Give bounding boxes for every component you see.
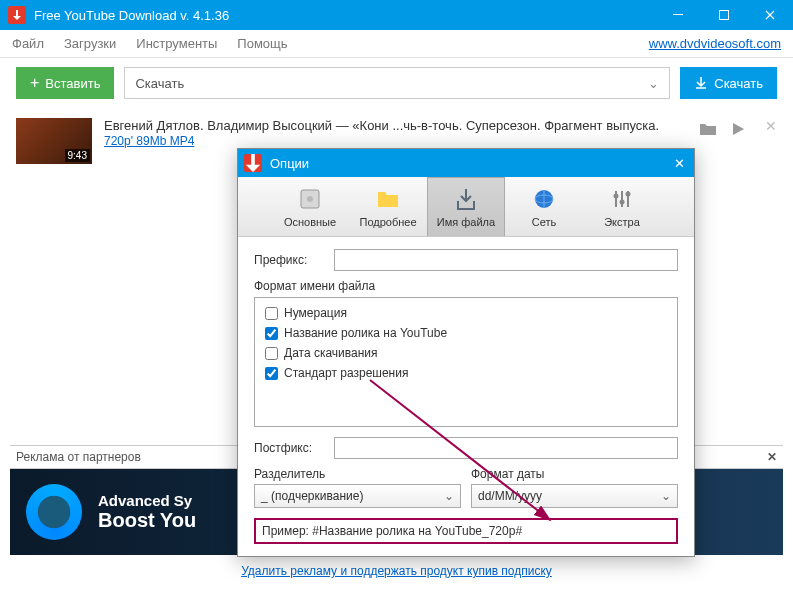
menubar: Файл Загрузки Инструменты Помощь www.dvd… <box>0 30 793 58</box>
svg-point-8 <box>626 191 631 196</box>
plus-icon: + <box>30 74 39 92</box>
chevron-down-icon: ⌄ <box>648 76 659 91</box>
svg-point-3 <box>307 196 313 202</box>
ad-line2: Boost You <box>98 509 196 532</box>
video-duration: 9:43 <box>65 149 90 162</box>
file-download-icon <box>453 186 479 212</box>
paste-label: Вставить <box>45 76 100 91</box>
folder-icon[interactable] <box>699 122 717 136</box>
play-icon[interactable] <box>731 122 745 136</box>
folder-yellow-icon <box>375 186 401 212</box>
chevron-down-icon: ⌄ <box>661 489 671 503</box>
close-button[interactable] <box>747 0 793 30</box>
tab-network[interactable]: Сеть <box>505 177 583 236</box>
ad-remove-link[interactable]: Удалить рекламу и поддержать продукт куп… <box>241 564 552 578</box>
maximize-button[interactable] <box>701 0 747 30</box>
svg-rect-1 <box>720 11 729 20</box>
prefix-label: Префикс: <box>254 253 328 267</box>
svg-rect-0 <box>673 14 683 15</box>
site-link[interactable]: www.dvdvideosoft.com <box>649 36 781 51</box>
menu-tools[interactable]: Инструменты <box>136 36 217 51</box>
dialog-tabs: Основные Подробнее Имя файла Сеть Экстра <box>238 177 694 237</box>
menu-downloads[interactable]: Загрузки <box>64 36 116 51</box>
dateformat-label: Формат даты <box>471 467 678 481</box>
paste-button[interactable]: + Вставить <box>16 67 114 99</box>
disk-icon <box>297 186 323 212</box>
ad-header-label: Реклама от партнеров <box>16 450 141 464</box>
ad-line1: Advanced Sy <box>98 492 196 509</box>
remove-video-button[interactable]: ✕ <box>765 118 777 134</box>
chevron-down-icon: ⌄ <box>444 489 454 503</box>
check-youtube-title[interactable]: Название ролика на YouTube <box>265 326 667 340</box>
toolbar: + Вставить Скачать ⌄ Скачать <box>0 58 793 108</box>
tab-filename[interactable]: Имя файла <box>427 177 505 236</box>
video-info: Евгений Дятлов. Владимир Высоцкий — «Кон… <box>104 118 687 148</box>
options-dialog: Опции ✕ Основные Подробнее Имя файла Сет… <box>237 148 695 557</box>
check-resolution[interactable]: Стандарт разрешения <box>265 366 667 380</box>
ad-ring-icon <box>26 484 82 540</box>
dialog-title: Опции <box>270 156 664 171</box>
minimize-button[interactable] <box>655 0 701 30</box>
check-numbering[interactable]: Нумерация <box>265 306 667 320</box>
example-box: Пример: #Название ролика на YouTube_720p… <box>254 518 678 544</box>
download-label: Скачать <box>714 76 763 91</box>
svg-point-7 <box>620 199 625 204</box>
separator-select[interactable]: _ (подчеркивание) ⌄ <box>254 484 461 508</box>
globe-icon <box>531 186 557 212</box>
download-icon <box>694 76 708 90</box>
menu-help[interactable]: Помощь <box>237 36 287 51</box>
sliders-icon <box>609 186 635 212</box>
postfix-input[interactable] <box>334 437 678 459</box>
video-title: Евгений Дятлов. Владимир Высоцкий — «Кон… <box>104 118 687 133</box>
action-combo[interactable]: Скачать ⌄ <box>124 67 670 99</box>
prefix-input[interactable] <box>334 249 678 271</box>
example-label: Пример: <box>262 524 309 538</box>
dialog-logo-icon <box>244 154 262 172</box>
example-value: #Название ролика на YouTube_720p# <box>312 524 522 538</box>
tab-main[interactable]: Основные <box>271 177 349 236</box>
download-button[interactable]: Скачать <box>680 67 777 99</box>
ad-close-button[interactable]: ✕ <box>767 450 777 464</box>
check-download-date[interactable]: Дата скачивания <box>265 346 667 360</box>
app-logo-icon <box>8 6 26 24</box>
filename-format-label: Формат имени файла <box>254 279 678 293</box>
filename-format-box: Нумерация Название ролика на YouTube Дат… <box>254 297 678 427</box>
menu-file[interactable]: Файл <box>12 36 44 51</box>
tab-more[interactable]: Подробнее <box>349 177 427 236</box>
postfix-label: Постфикс: <box>254 441 328 455</box>
video-meta-link[interactable]: 720p' 89Mb MP4 <box>104 134 194 148</box>
window-title: Free YouTube Download v. 4.1.36 <box>34 8 655 23</box>
dialog-close-button[interactable]: ✕ <box>664 156 694 171</box>
dateformat-select[interactable]: dd/MM/yyyy ⌄ <box>471 484 678 508</box>
tab-extra[interactable]: Экстра <box>583 177 661 236</box>
video-actions <box>699 122 745 136</box>
dialog-body: Префикс: Формат имени файла Нумерация На… <box>238 237 694 556</box>
combo-value: Скачать <box>135 76 184 91</box>
window-titlebar: Free YouTube Download v. 4.1.36 <box>0 0 793 30</box>
ad-remove-row: Удалить рекламу и поддержать продукт куп… <box>10 555 783 589</box>
video-thumbnail[interactable]: 9:43 <box>16 118 92 164</box>
separator-label: Разделитель <box>254 467 461 481</box>
svg-point-6 <box>614 193 619 198</box>
dialog-titlebar: Опции ✕ <box>238 149 694 177</box>
